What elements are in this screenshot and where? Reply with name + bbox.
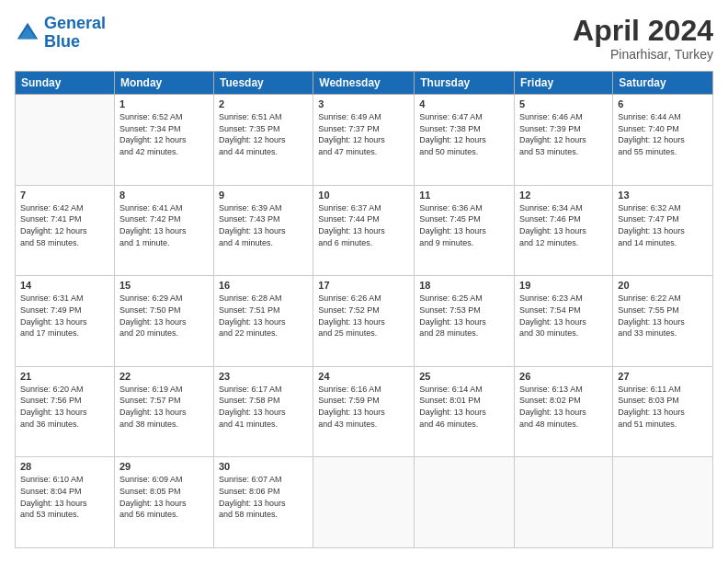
- day-number: 6: [618, 98, 708, 109]
- day-info: Sunrise: 6:25 AMSunset: 7:53 PMDaylight:…: [419, 293, 509, 339]
- calendar-day-cell: 17Sunrise: 6:26 AMSunset: 7:52 PMDayligh…: [313, 276, 415, 367]
- calendar-week-row: 28Sunrise: 6:10 AMSunset: 8:04 PMDayligh…: [16, 457, 713, 548]
- day-number: 26: [519, 371, 608, 382]
- logo-line2: Blue: [44, 32, 80, 51]
- logo-text: General Blue: [44, 15, 106, 52]
- day-info: Sunrise: 6:23 AMSunset: 7:54 PMDaylight:…: [519, 293, 608, 339]
- logo-line1: General: [44, 14, 106, 32]
- calendar-day-cell: [613, 457, 713, 548]
- day-info: Sunrise: 6:31 AMSunset: 7:49 PMDaylight:…: [20, 293, 109, 339]
- day-number: 15: [119, 280, 209, 291]
- calendar-day-cell: 25Sunrise: 6:14 AMSunset: 8:01 PMDayligh…: [415, 366, 515, 457]
- calendar-day-cell: 1Sunrise: 6:52 AMSunset: 7:34 PMDaylight…: [114, 95, 213, 186]
- day-info: Sunrise: 6:46 AMSunset: 7:39 PMDaylight:…: [519, 111, 608, 157]
- month-title: April 2024: [573, 15, 713, 47]
- day-number: 3: [318, 98, 409, 109]
- calendar-table: SundayMondayTuesdayWednesdayThursdayFrid…: [15, 71, 713, 548]
- day-info: Sunrise: 6:39 AMSunset: 7:43 PMDaylight:…: [219, 202, 308, 248]
- calendar-day-cell: 21Sunrise: 6:20 AMSunset: 7:56 PMDayligh…: [16, 366, 115, 457]
- calendar-day-cell: 12Sunrise: 6:34 AMSunset: 7:46 PMDayligh…: [515, 185, 613, 276]
- title-block: April 2024 Pinarhisar, Turkey: [573, 15, 713, 62]
- weekday-header: Wednesday: [313, 72, 415, 95]
- location-subtitle: Pinarhisar, Turkey: [573, 47, 713, 62]
- day-number: 25: [419, 371, 509, 382]
- day-info: Sunrise: 6:32 AMSunset: 7:47 PMDaylight:…: [618, 202, 708, 248]
- day-info: Sunrise: 6:37 AMSunset: 7:44 PMDaylight:…: [318, 202, 409, 248]
- calendar-day-cell: 23Sunrise: 6:17 AMSunset: 7:58 PMDayligh…: [213, 366, 313, 457]
- day-info: Sunrise: 6:10 AMSunset: 8:04 PMDaylight:…: [20, 474, 109, 520]
- day-number: 28: [20, 461, 109, 472]
- calendar-day-cell: 3Sunrise: 6:49 AMSunset: 7:37 PMDaylight…: [313, 95, 415, 186]
- weekday-header: Saturday: [613, 72, 713, 95]
- day-info: Sunrise: 6:09 AMSunset: 8:05 PMDaylight:…: [119, 474, 209, 520]
- day-info: Sunrise: 6:17 AMSunset: 7:58 PMDaylight:…: [219, 384, 308, 430]
- weekday-header: Monday: [114, 72, 213, 95]
- calendar-week-row: 7Sunrise: 6:42 AMSunset: 7:41 PMDaylight…: [16, 185, 713, 276]
- calendar-day-cell: 29Sunrise: 6:09 AMSunset: 8:05 PMDayligh…: [114, 457, 213, 548]
- day-number: 19: [519, 280, 608, 291]
- calendar-day-cell: 4Sunrise: 6:47 AMSunset: 7:38 PMDaylight…: [415, 95, 515, 186]
- day-info: Sunrise: 6:41 AMSunset: 7:42 PMDaylight:…: [119, 202, 209, 248]
- day-number: 12: [519, 190, 608, 201]
- calendar-day-cell: 27Sunrise: 6:11 AMSunset: 8:03 PMDayligh…: [613, 366, 713, 457]
- calendar-day-cell: 20Sunrise: 6:22 AMSunset: 7:55 PMDayligh…: [613, 276, 713, 367]
- day-info: Sunrise: 6:52 AMSunset: 7:34 PMDaylight:…: [119, 111, 209, 157]
- calendar-day-cell: 15Sunrise: 6:29 AMSunset: 7:50 PMDayligh…: [114, 276, 213, 367]
- day-number: 22: [119, 371, 209, 382]
- day-number: 18: [419, 280, 509, 291]
- weekday-header: Tuesday: [213, 72, 313, 95]
- calendar-week-row: 14Sunrise: 6:31 AMSunset: 7:49 PMDayligh…: [16, 276, 713, 367]
- logo: General Blue: [15, 15, 106, 52]
- calendar-day-cell: [415, 457, 515, 548]
- day-number: 2: [219, 98, 308, 109]
- calendar-day-cell: 19Sunrise: 6:23 AMSunset: 7:54 PMDayligh…: [515, 276, 613, 367]
- day-number: 27: [618, 371, 708, 382]
- day-info: Sunrise: 6:34 AMSunset: 7:46 PMDaylight:…: [519, 202, 608, 248]
- calendar-day-cell: 11Sunrise: 6:36 AMSunset: 7:45 PMDayligh…: [415, 185, 515, 276]
- day-info: Sunrise: 6:47 AMSunset: 7:38 PMDaylight:…: [419, 111, 509, 157]
- logo-icon: [15, 20, 40, 46]
- day-info: Sunrise: 6:44 AMSunset: 7:40 PMDaylight:…: [618, 111, 708, 157]
- day-info: Sunrise: 6:13 AMSunset: 8:02 PMDaylight:…: [519, 384, 608, 430]
- day-number: 9: [219, 190, 308, 201]
- calendar-day-cell: 7Sunrise: 6:42 AMSunset: 7:41 PMDaylight…: [16, 185, 115, 276]
- day-number: 29: [119, 461, 209, 472]
- day-number: 14: [20, 280, 109, 291]
- day-number: 8: [119, 190, 209, 201]
- calendar-day-cell: 28Sunrise: 6:10 AMSunset: 8:04 PMDayligh…: [16, 457, 115, 548]
- day-number: 21: [20, 371, 109, 382]
- calendar-day-cell: 2Sunrise: 6:51 AMSunset: 7:35 PMDaylight…: [213, 95, 313, 186]
- day-info: Sunrise: 6:22 AMSunset: 7:55 PMDaylight:…: [618, 293, 708, 339]
- day-number: 10: [318, 190, 409, 201]
- calendar-week-row: 21Sunrise: 6:20 AMSunset: 7:56 PMDayligh…: [16, 366, 713, 457]
- weekday-header: Friday: [515, 72, 613, 95]
- day-number: 30: [219, 461, 308, 472]
- day-number: 4: [419, 98, 509, 109]
- calendar-day-cell: [313, 457, 415, 548]
- day-number: 17: [318, 280, 409, 291]
- day-number: 1: [119, 98, 209, 109]
- day-number: 16: [219, 280, 308, 291]
- day-info: Sunrise: 6:20 AMSunset: 7:56 PMDaylight:…: [20, 384, 109, 430]
- calendar-day-cell: 22Sunrise: 6:19 AMSunset: 7:57 PMDayligh…: [114, 366, 213, 457]
- calendar-day-cell: 8Sunrise: 6:41 AMSunset: 7:42 PMDaylight…: [114, 185, 213, 276]
- day-info: Sunrise: 6:19 AMSunset: 7:57 PMDaylight:…: [119, 384, 209, 430]
- calendar-day-cell: 5Sunrise: 6:46 AMSunset: 7:39 PMDaylight…: [515, 95, 613, 186]
- weekday-header: Thursday: [415, 72, 515, 95]
- calendar-day-cell: 10Sunrise: 6:37 AMSunset: 7:44 PMDayligh…: [313, 185, 415, 276]
- day-number: 24: [318, 371, 409, 382]
- calendar-day-cell: [515, 457, 613, 548]
- header: General Blue April 2024 Pinarhisar, Turk…: [15, 15, 713, 62]
- day-info: Sunrise: 6:29 AMSunset: 7:50 PMDaylight:…: [119, 293, 209, 339]
- calendar-day-cell: 16Sunrise: 6:28 AMSunset: 7:51 PMDayligh…: [213, 276, 313, 367]
- day-number: 11: [419, 190, 509, 201]
- calendar-day-cell: [16, 95, 115, 186]
- day-info: Sunrise: 6:16 AMSunset: 7:59 PMDaylight:…: [318, 384, 409, 430]
- calendar-day-cell: 9Sunrise: 6:39 AMSunset: 7:43 PMDaylight…: [213, 185, 313, 276]
- day-info: Sunrise: 6:14 AMSunset: 8:01 PMDaylight:…: [419, 384, 509, 430]
- weekday-header: Sunday: [16, 72, 115, 95]
- day-number: 5: [519, 98, 608, 109]
- page: General Blue April 2024 Pinarhisar, Turk…: [0, 0, 728, 563]
- calendar-day-cell: 18Sunrise: 6:25 AMSunset: 7:53 PMDayligh…: [415, 276, 515, 367]
- calendar-day-cell: 14Sunrise: 6:31 AMSunset: 7:49 PMDayligh…: [16, 276, 115, 367]
